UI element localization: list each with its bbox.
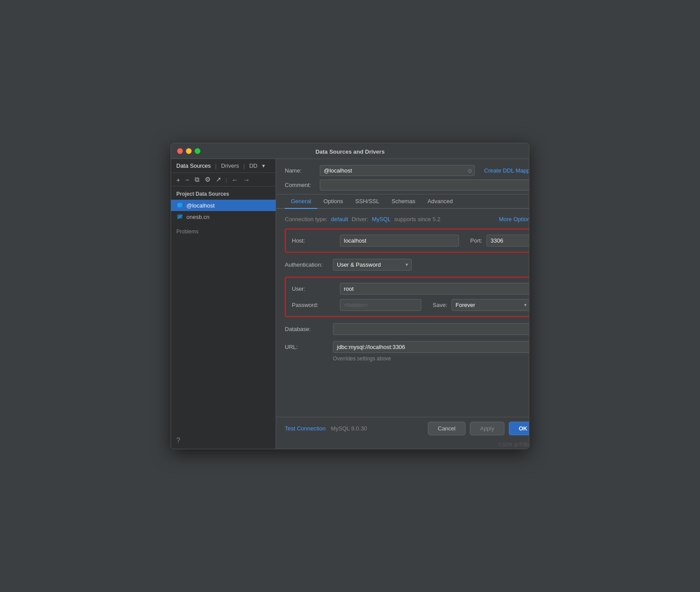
footer-left: Test Connection MySQL 8.0.30 xyxy=(285,425,367,432)
export-button[interactable]: ↗ xyxy=(214,175,223,184)
db-icon-onesb xyxy=(176,213,183,220)
tab-options[interactable]: Options xyxy=(317,194,349,209)
tree-item-onesb[interactable]: onesb.cn xyxy=(171,211,276,222)
url-input[interactable] xyxy=(333,341,529,353)
test-connection-button[interactable]: Test Connection xyxy=(285,425,326,432)
user-row: User: xyxy=(292,283,529,295)
dialog: Data Sources and Drivers Data Sources | … xyxy=(171,143,529,449)
mysql-version-label: MySQL 8.0.30 xyxy=(331,425,367,432)
traffic-lights xyxy=(177,148,200,154)
password-row: Password: Save: Forever Until restart Ne… xyxy=(292,299,529,311)
url-row: URL: ⤢ xyxy=(285,341,529,353)
database-label: Database: xyxy=(285,326,329,332)
url-input-wrap: ⤢ xyxy=(333,341,529,353)
tab-ssh-ssl[interactable]: SSH/SSL xyxy=(349,194,385,209)
ok-button[interactable]: OK xyxy=(509,422,529,435)
form-header: Name: ⊙ Create DDL Mapping Comment: ⤢ xyxy=(276,159,529,194)
settings-button[interactable]: ⚙ xyxy=(203,175,212,184)
host-row: Host: Port: xyxy=(292,235,529,247)
save-select-wrap: Forever Until restart Never ▾ xyxy=(452,299,529,311)
tab-drivers[interactable]: Drivers xyxy=(219,162,241,170)
tab-general[interactable]: General xyxy=(285,194,317,209)
database-select[interactable] xyxy=(333,323,529,335)
name-clear-icon[interactable]: ⊙ xyxy=(468,168,472,174)
tabs-bar: General Options SSH/SSL Schemas Advanced xyxy=(276,194,529,209)
title-bar: Data Sources and Drivers xyxy=(171,143,529,159)
copy-button[interactable]: ⧉ xyxy=(193,175,201,184)
tabs-more-icon[interactable]: ▾ xyxy=(262,162,265,169)
auth-select[interactable]: User & Password No auth Username only xyxy=(333,259,412,271)
comment-row: Comment: ⤢ xyxy=(285,180,529,190)
left-panel: Data Sources | Drivers | DD ▾ + − ⧉ ⚙ ↗ … xyxy=(171,159,276,449)
tab-separator-2: | xyxy=(243,162,245,169)
tree-item-localhost[interactable]: @localhost xyxy=(171,200,276,211)
add-button[interactable]: + xyxy=(175,175,182,184)
right-panel: Name: ⊙ Create DDL Mapping Comment: ⤢ xyxy=(276,159,529,449)
apply-button[interactable]: Apply xyxy=(470,422,504,435)
project-data-sources-label: Project Data Sources xyxy=(171,187,276,200)
connection-info-row: Connection type: default Driver: MySQL s… xyxy=(285,216,529,222)
minimize-button[interactable] xyxy=(186,148,192,154)
password-label: Password: xyxy=(292,302,336,308)
back-button[interactable]: ← xyxy=(230,175,240,184)
create-ddl-link[interactable]: Create DDL Mapping xyxy=(484,167,529,174)
dialog-title: Data Sources and Drivers xyxy=(315,148,385,155)
main-form: Connection type: default Driver: MySQL s… xyxy=(276,209,529,417)
comment-input-wrap: ⤢ xyxy=(320,180,529,190)
more-options-button[interactable]: More Options ▾ xyxy=(499,216,529,222)
close-button[interactable] xyxy=(177,148,183,154)
left-tabs: Data Sources | Drivers | DD ▾ xyxy=(171,159,276,173)
auth-select-wrap: User & Password No auth Username only ▾ xyxy=(333,259,412,271)
remove-button[interactable]: − xyxy=(184,175,191,184)
toolbar-sep: | xyxy=(226,176,227,183)
database-row: Database: ▾ xyxy=(285,323,529,335)
overrides-text: Overrides settings above xyxy=(333,356,529,362)
name-input[interactable] xyxy=(320,165,475,176)
url-label: URL: xyxy=(285,344,329,350)
driver-value[interactable]: MySQL xyxy=(372,216,391,222)
tab-dd[interactable]: DD xyxy=(248,162,259,170)
host-port-section: Host: Port: xyxy=(285,229,529,253)
name-label: Name: xyxy=(285,167,315,174)
password-input[interactable] xyxy=(340,299,421,311)
maximize-button[interactable] xyxy=(195,148,200,154)
port-input[interactable] xyxy=(486,235,529,247)
tab-separator-1: | xyxy=(215,162,217,169)
host-input[interactable] xyxy=(340,235,459,247)
user-label: User: xyxy=(292,285,336,292)
user-pass-section: User: Password: Save: Forever Until rest… xyxy=(285,277,529,317)
name-input-wrap: ⊙ xyxy=(320,165,475,176)
main-content: Data Sources | Drivers | DD ▾ + − ⧉ ⚙ ↗ … xyxy=(171,159,529,449)
help-button[interactable]: ? xyxy=(171,432,276,449)
save-label: Save: xyxy=(433,302,447,308)
port-label: Port: xyxy=(470,237,482,244)
comment-input[interactable] xyxy=(320,180,529,190)
watermark: CSDN @早睡的叶子 xyxy=(276,440,529,449)
name-row: Name: ⊙ Create DDL Mapping xyxy=(285,165,529,176)
tree-item-localhost-label: @localhost xyxy=(186,202,215,209)
footer-right: Cancel Apply OK xyxy=(428,422,529,435)
left-toolbar: + − ⧉ ⚙ ↗ | ← → xyxy=(171,173,276,187)
conn-type-value[interactable]: default xyxy=(331,216,348,222)
database-select-wrap: ▾ xyxy=(333,323,529,335)
dialog-footer: Test Connection MySQL 8.0.30 Cancel Appl… xyxy=(276,417,529,440)
auth-label: Authentication: xyxy=(285,261,329,268)
auth-row: Authentication: User & Password No auth … xyxy=(285,259,529,271)
forward-button[interactable]: → xyxy=(242,175,252,184)
tab-advanced[interactable]: Advanced xyxy=(421,194,459,209)
save-select[interactable]: Forever Until restart Never xyxy=(452,299,529,311)
problems-label: Problems xyxy=(171,222,276,237)
tab-schemas[interactable]: Schemas xyxy=(385,194,421,209)
driver-label: Driver: xyxy=(352,216,368,222)
tree-item-onesb-label: onesb.cn xyxy=(186,214,210,220)
svg-point-2 xyxy=(177,205,182,208)
user-input[interactable] xyxy=(340,283,529,295)
driver-suffix: supports since 5.2 xyxy=(394,216,441,222)
host-label: Host: xyxy=(292,237,336,244)
conn-type-label: Connection type: xyxy=(285,216,328,222)
tab-data-sources[interactable]: Data Sources xyxy=(175,162,213,170)
db-icon-localhost xyxy=(176,202,183,209)
comment-label: Comment: xyxy=(285,182,315,188)
cancel-button[interactable]: Cancel xyxy=(428,422,466,435)
